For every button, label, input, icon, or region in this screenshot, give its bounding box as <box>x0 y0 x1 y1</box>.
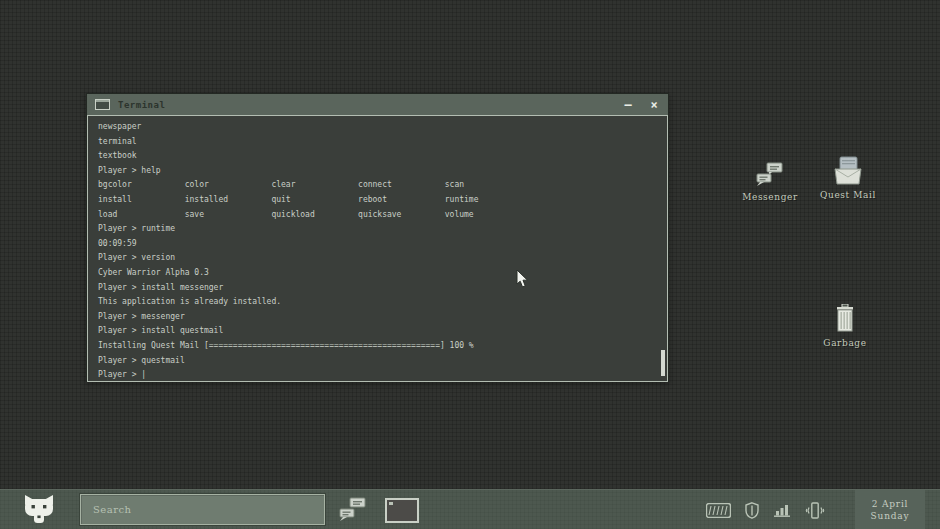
terminal-line: install installed quit reboot runtime <box>98 193 667 208</box>
terminal-line: Player > | <box>98 368 667 382</box>
desktop-icon-questmail[interactable]: Quest Mail <box>816 156 880 200</box>
terminal-line: terminal <box>98 135 667 150</box>
vibrate-phone-icon[interactable] <box>805 502 825 519</box>
terminal-line: load save quickload quicksave volume <box>98 208 667 223</box>
terminal-titlebar[interactable]: Terminal – × <box>87 94 668 115</box>
terminal-line: Player > messenger <box>98 310 667 325</box>
terminal-line: Installing Quest Mail [=================… <box>98 339 667 354</box>
window-controls: – × <box>620 94 662 115</box>
desktop: Terminal – × newspaperterminaltextbookPl… <box>0 0 940 529</box>
terminal-line: Player > questmail <box>98 354 667 369</box>
desktop-icon-label: Quest Mail <box>816 190 880 200</box>
terminal-line: newspaper <box>98 120 667 135</box>
trash-can-icon <box>813 304 877 334</box>
terminal-line: This application is already installed. <box>98 295 667 310</box>
desktop-icon-label: Messenger <box>738 192 802 202</box>
signal-bars-icon[interactable] <box>773 503 791 518</box>
taskbar-messenger-button[interactable] <box>336 496 370 524</box>
keyboard-icon[interactable] <box>706 503 731 518</box>
scrollbar-thumb[interactable] <box>661 350 665 376</box>
terminal-title: Terminal <box>118 100 165 110</box>
envelope-icon <box>816 156 880 186</box>
terminal-line: 00:09:59 <box>98 237 667 252</box>
speech-bubbles-icon <box>339 497 367 523</box>
terminal-body[interactable]: newspaperterminaltextbookPlayer > helpbg… <box>87 115 668 382</box>
shield-icon[interactable] <box>745 502 759 519</box>
date-display[interactable]: 2 April Sunday <box>855 490 925 529</box>
start-logo[interactable] <box>22 494 56 526</box>
weekday-line: Sunday <box>871 510 910 522</box>
terminal-output: newspaperterminaltextbookPlayer > helpbg… <box>98 120 667 382</box>
terminal-line: Player > version <box>98 251 667 266</box>
terminal-line: Cyber Warrior Alpha 0.3 <box>98 266 667 281</box>
date-line: 2 April <box>872 498 909 510</box>
terminal-window: Terminal – × newspaperterminaltextbookPl… <box>86 93 669 382</box>
terminal-line: bgcolor color clear connect scan <box>98 178 667 193</box>
terminal-line: Player > help <box>98 164 667 179</box>
taskbar: 2 April Sunday <box>0 489 940 529</box>
taskbar-terminal-button[interactable] <box>382 496 422 524</box>
desktop-icon-messenger[interactable]: Messenger <box>738 158 802 202</box>
minimize-button[interactable]: – <box>620 97 636 113</box>
desktop-icon-garbage[interactable]: Garbage <box>813 304 877 348</box>
close-button[interactable]: × <box>646 97 662 113</box>
speech-bubbles-icon <box>738 158 802 188</box>
terminal-window-icon <box>95 99 110 110</box>
terminal-line: Player > runtime <box>98 222 667 237</box>
terminal-line: textbook <box>98 149 667 164</box>
terminal-line: Player > install questmail <box>98 324 667 339</box>
terminal-window-icon <box>385 498 419 523</box>
search-input[interactable] <box>80 494 325 525</box>
terminal-line: Player > install messenger <box>98 281 667 296</box>
system-tray <box>706 490 825 529</box>
desktop-icon-label: Garbage <box>813 338 877 348</box>
